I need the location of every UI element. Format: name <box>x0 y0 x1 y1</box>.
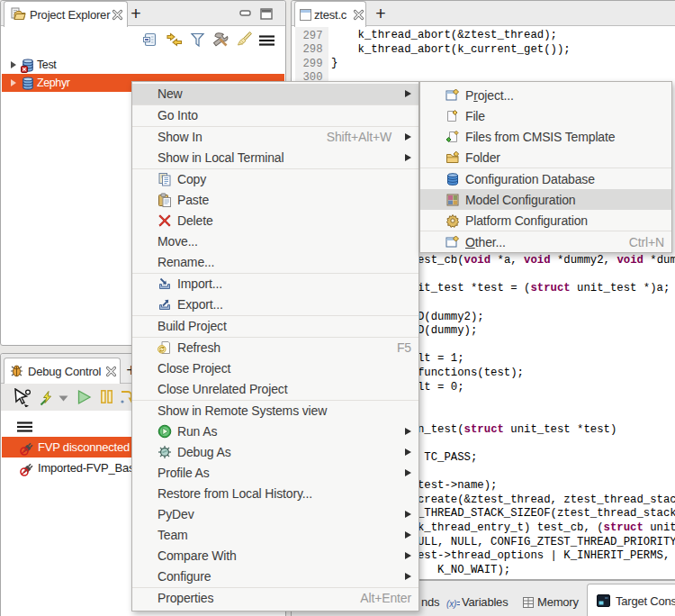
svg-text:(x)=: (x)= <box>446 599 460 609</box>
